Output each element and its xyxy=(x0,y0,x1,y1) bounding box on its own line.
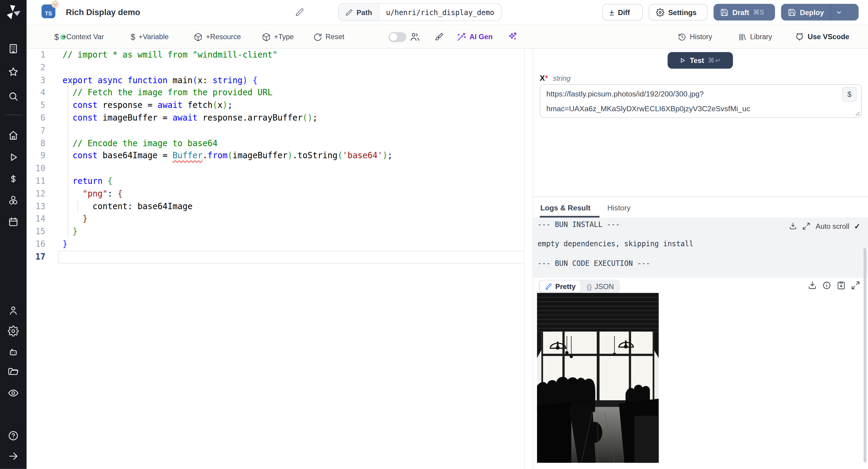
multiplayer-users-icon[interactable] xyxy=(410,25,420,49)
indent-guide xyxy=(67,87,68,238)
braces-icon: {} xyxy=(587,283,592,290)
line-number: 16 xyxy=(27,238,45,251)
draft-button[interactable]: Draft ⌘S xyxy=(714,4,775,21)
auto-scroll-check: ✓ xyxy=(854,222,860,230)
view-json-pill[interactable]: {} JSON xyxy=(582,281,619,292)
textarea-resize-handle[interactable] xyxy=(855,111,861,116)
code-line: const base64Image = Buffer.from(imageBuf… xyxy=(63,150,393,162)
required-asterisk: * xyxy=(545,73,548,82)
line-number: 1 xyxy=(27,49,45,61)
library-icon xyxy=(738,32,747,41)
test-shortcut: ⌘↵ xyxy=(708,56,721,64)
audit-logs-eye-icon[interactable] xyxy=(8,387,19,399)
ai-gen-button[interactable]: AI Gen xyxy=(456,25,493,49)
edit-title-pencil-icon[interactable] xyxy=(295,8,304,17)
add-type-button[interactable]: +Type xyxy=(262,25,294,49)
line-number: 12 xyxy=(27,187,45,200)
path-widget[interactable]: Path u/henri/rich_display_demo xyxy=(338,3,501,21)
resources-cubes-icon[interactable] xyxy=(8,195,19,206)
logs-viewer[interactable]: --- BUN INSTALL --- empty dependencies, … xyxy=(533,218,868,278)
line-number: 5 xyxy=(27,99,45,112)
settings-gear-icon[interactable] xyxy=(8,325,19,337)
path-label-group[interactable]: Path xyxy=(339,4,379,21)
panel-scrollbar[interactable] xyxy=(864,248,866,462)
windmill-script-editor: TS Rich Display demo Path u/henri/rich_d… xyxy=(0,0,868,469)
code-line: // Fetch the image from the provided URL xyxy=(63,87,273,99)
help-icon[interactable] xyxy=(8,430,19,441)
plus-minus-icon: ± xyxy=(610,7,614,17)
add-resource-button[interactable]: +Resource xyxy=(194,25,241,49)
test-button[interactable]: Test ⌘↵ xyxy=(668,52,733,69)
favorites-star-icon[interactable] xyxy=(8,66,19,77)
deploy-button[interactable]: Deploy xyxy=(781,4,831,21)
gear-icon xyxy=(656,8,664,17)
workspace-icon[interactable] xyxy=(8,43,19,54)
tab-history[interactable]: History xyxy=(607,199,630,216)
add-context-var-button[interactable]: $+Context Var xyxy=(54,25,104,49)
download-result-icon[interactable] xyxy=(808,281,817,290)
download-logs-icon[interactable] xyxy=(789,222,798,230)
run-panel: Test ⌘↵ x*string https://fastly.picsum.p… xyxy=(533,49,868,469)
sidebar-divider xyxy=(4,115,22,115)
code-line: return { xyxy=(63,175,113,187)
diff-button[interactable]: ± Diff xyxy=(602,4,643,21)
runs-play-icon[interactable] xyxy=(8,152,19,163)
dollar-icon: $ xyxy=(130,32,135,41)
header-bar: TS Rich Display demo Path u/henri/rich_d… xyxy=(27,0,868,25)
multiplayer-toggle[interactable] xyxy=(389,32,406,42)
use-vscode-button[interactable]: Use VScode xyxy=(795,25,849,49)
history-button[interactable]: History xyxy=(678,25,712,49)
info-icon[interactable] xyxy=(822,281,832,290)
add-variable-button[interactable]: $+Variable xyxy=(130,25,168,49)
output-section-divider xyxy=(533,196,868,197)
path-value[interactable]: u/henri/rich_display_demo xyxy=(379,4,501,21)
settings-button[interactable]: Settings xyxy=(649,4,708,21)
code-line: } xyxy=(63,238,68,251)
script-title: Rich Display demo xyxy=(66,7,140,17)
deploy-dropdown-button[interactable] xyxy=(831,4,847,21)
schedules-calendar-icon[interactable] xyxy=(8,216,19,227)
copy-clipboard-icon[interactable] xyxy=(836,281,846,290)
line-number: 11 xyxy=(27,175,45,187)
search-icon[interactable] xyxy=(8,91,19,102)
tab-logs-result[interactable]: Logs & Result xyxy=(540,199,591,216)
expand-sidebar-arrow-icon[interactable] xyxy=(8,450,19,462)
chevron-down-icon xyxy=(835,8,843,16)
ai-sparkles-icon[interactable] xyxy=(507,25,518,49)
code-line: } xyxy=(63,213,88,225)
windmill-logo[interactable] xyxy=(5,4,21,20)
code-editor[interactable]: 1234567891011121314151617 // import * as… xyxy=(27,49,525,469)
save-icon xyxy=(788,8,796,17)
arg-type: string xyxy=(553,74,570,83)
log-actions: Auto scroll ✓ xyxy=(789,222,860,230)
draft-shortcut: ⌘S xyxy=(753,8,764,16)
home-icon[interactable] xyxy=(8,130,19,141)
folders-icon[interactable] xyxy=(8,367,19,378)
play-icon xyxy=(679,57,686,64)
magic-wand-icon xyxy=(456,32,466,42)
arg-value-textarea[interactable]: https://fastly.picsum.photos/id/192/200/… xyxy=(540,84,862,118)
line-number: 15 xyxy=(27,225,45,238)
line-number: 9 xyxy=(27,150,45,162)
save-icon xyxy=(720,8,729,17)
log-line: empty dependencies, skipping install xyxy=(537,240,693,248)
library-button[interactable]: Library xyxy=(738,25,772,49)
line-number: 8 xyxy=(27,137,45,150)
workers-robot-icon[interactable] xyxy=(8,347,19,358)
expand-result-icon[interactable] xyxy=(851,281,860,290)
view-pretty-pill[interactable]: Pretty xyxy=(540,281,581,292)
reset-button[interactable]: Reset xyxy=(313,25,344,49)
user-icon[interactable] xyxy=(8,305,19,316)
expand-logs-icon[interactable] xyxy=(802,222,811,230)
insert-variable-button[interactable]: $ xyxy=(842,87,857,102)
result-image[interactable] xyxy=(537,293,659,463)
arg-value-line2: hmac=UAXa6z_MKaSlyDXrwECLI6XBp0jzyV3C2eS… xyxy=(547,101,839,116)
auto-scroll-label[interactable]: Auto scroll xyxy=(815,222,849,230)
result-actions xyxy=(808,281,860,290)
line-number: 6 xyxy=(27,112,45,124)
left-sidebar xyxy=(0,0,27,469)
format-brush-icon[interactable] xyxy=(434,25,444,49)
arg-name: x xyxy=(540,73,545,82)
code-line: const imageBuffer = await response.array… xyxy=(63,112,318,124)
variables-dollar-icon[interactable] xyxy=(8,173,19,184)
